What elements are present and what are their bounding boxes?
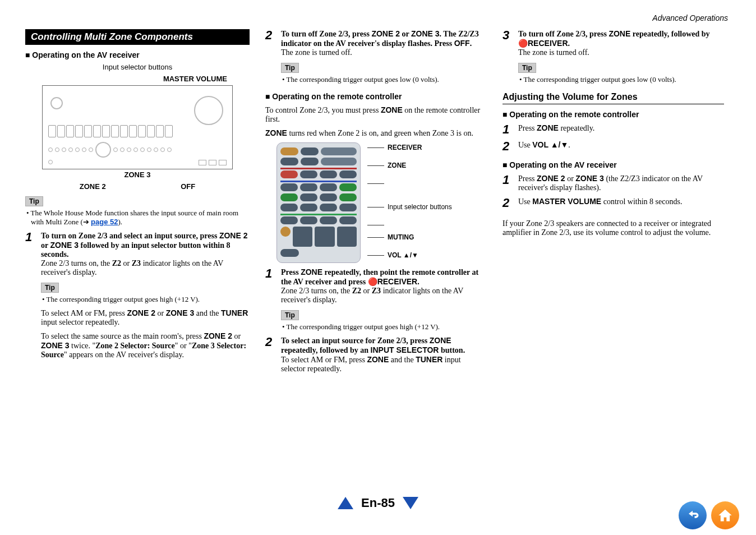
tip-text: The corresponding trigger output goes lo… xyxy=(518,75,724,84)
step-1-body: To turn on Zone 2/3 and select an input … xyxy=(41,231,250,277)
master-volume-knob xyxy=(194,96,223,125)
column-3: 3 To turn off Zone 2/3, press ZONE repea… xyxy=(503,29,724,376)
home-icon xyxy=(717,508,733,523)
subheading-av-receiver: Operating on the AV receiver xyxy=(25,50,250,59)
closing-paragraph: If your Zone 2/3 speakers are connected … xyxy=(503,219,724,237)
vol-av-step2-num: 2 xyxy=(503,197,513,209)
remote-intro-1: To control Zone 2/3, you must press ZONE… xyxy=(265,105,487,124)
remote-intro-2: ZONE turns red when Zone 2 is on, and gr… xyxy=(265,128,487,138)
callout-vol: VOL ▲/▼ xyxy=(367,251,452,259)
callout-zone: ZONE xyxy=(367,162,452,169)
tip-label: Tip xyxy=(41,283,59,293)
column-1: Controlling Multi Zone Components Operat… xyxy=(25,29,250,376)
step-number-3: 3 xyxy=(503,29,513,57)
subheading-remote: Operating on the remote controller xyxy=(265,92,487,101)
remote-step-2-body: To select an input source for Zone 2/3, … xyxy=(281,336,487,373)
input-selector-row xyxy=(48,125,187,137)
zone-button-icon xyxy=(321,147,357,155)
tuner-button-icon xyxy=(339,193,357,201)
step-3-body: To turn off Zone 2/3, press ZONE repeate… xyxy=(518,29,724,57)
step-2-body: To turn off Zone 2/3, press ZONE 2 or ZO… xyxy=(281,29,487,57)
vol-av-step2-body: Use MASTER VOLUME control within 8 secon… xyxy=(518,197,724,209)
column-2: 2 To turn off Zone 2/3, press ZONE 2 or … xyxy=(265,29,487,376)
tip-text: The corresponding trigger output goes hi… xyxy=(281,322,487,331)
vol-button-icon xyxy=(337,227,357,247)
tip-label: Tip xyxy=(25,196,43,206)
subheading-av-receiver: Operating on the AV receiver xyxy=(503,160,724,169)
next-page-button[interactable] xyxy=(403,497,418,509)
callout-muting: MUTING xyxy=(367,233,452,241)
vol-remote-step2-num: 2 xyxy=(503,140,513,153)
label-off: OFF xyxy=(181,182,195,191)
tip-text: The corresponding trigger output goes hi… xyxy=(41,295,250,304)
tip-label: Tip xyxy=(281,310,299,320)
section-header: Advanced Operations xyxy=(652,13,728,22)
caption-master-volume: MASTER VOLUME xyxy=(25,75,250,83)
prev-page-button[interactable] xyxy=(338,497,353,509)
paragraph-amfm: To select AM or FM, press ZONE 2 or ZONE… xyxy=(41,308,250,327)
muting-button-icon xyxy=(339,216,357,224)
step-number-1: 1 xyxy=(25,231,35,277)
source-button-icon xyxy=(301,147,319,155)
remote-step-2-num: 2 xyxy=(265,336,275,373)
caption-input-selector: Input selector buttons xyxy=(25,63,250,71)
label-zone3: ZONE 3 xyxy=(42,170,233,179)
tip-text: The corresponding trigger output goes lo… xyxy=(281,75,487,84)
remote-step-1-body: Press ZONE repeatedly, then point the re… xyxy=(281,268,487,305)
step-number-2: 2 xyxy=(265,29,275,57)
return-arrow-icon xyxy=(685,508,700,523)
page-link-52[interactable]: page 52 xyxy=(91,218,118,226)
vol-av-step1-body: Press ZONE 2 or ZONE 3 (the Z2/Z3 indica… xyxy=(518,174,724,192)
power-button-icon xyxy=(50,97,63,109)
section-heading-adjust-volume: Adjusting the Volume for Zones xyxy=(503,92,724,104)
remote-illustration: RECEIVER ZONE Input selector buttons MUT… xyxy=(276,142,487,263)
lower-control-row xyxy=(48,142,227,158)
subheading-remote: Operating on the remote controller xyxy=(503,110,724,119)
remote-step-1-num: 1 xyxy=(265,268,275,305)
remote-callouts: RECEIVER ZONE Input selector buttons MUT… xyxy=(367,142,452,263)
footer: En-85 xyxy=(0,496,756,529)
home-button[interactable] xyxy=(711,501,739,529)
receiver-button-icon xyxy=(280,147,298,155)
vol-remote-step1-body: Press ZONE repeatedly. xyxy=(518,123,724,136)
return-button[interactable] xyxy=(679,501,707,529)
paragraph-same-source: To select the same source as the main ro… xyxy=(41,331,250,359)
tip-label: Tip xyxy=(518,63,536,73)
callout-receiver: RECEIVER xyxy=(367,144,452,151)
label-zone2: ZONE 2 xyxy=(80,182,106,191)
receiver-illustration: ZONE 3 ZONE 2 OFF xyxy=(42,85,233,191)
vol-remote-step2-body: Use VOL ▲/▼. xyxy=(518,140,724,153)
section-title: Controlling Multi Zone Components xyxy=(25,29,250,45)
page-number: En-85 xyxy=(361,496,395,510)
vol-av-step1-num: 1 xyxy=(503,174,513,192)
vol-remote-step1-num: 1 xyxy=(503,123,513,136)
small-knob xyxy=(95,142,111,158)
tip-text: The Whole House Mode function shares the… xyxy=(25,209,250,227)
tip-label: Tip xyxy=(281,63,299,73)
callout-input-selector: Input selector buttons xyxy=(367,203,452,211)
